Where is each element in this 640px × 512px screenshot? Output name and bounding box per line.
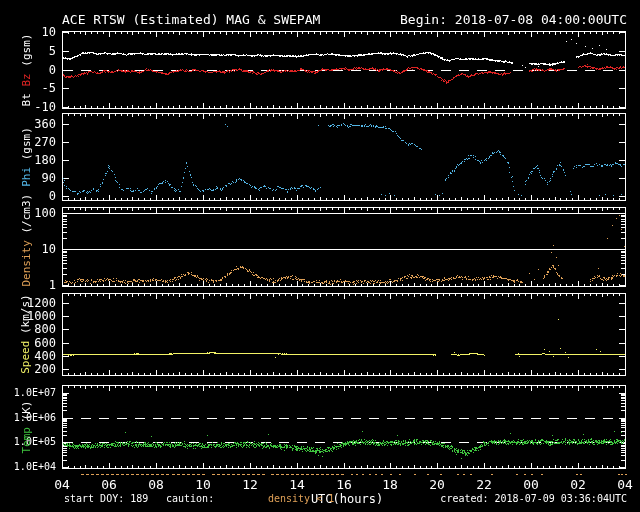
plot-canvas [0,0,640,512]
